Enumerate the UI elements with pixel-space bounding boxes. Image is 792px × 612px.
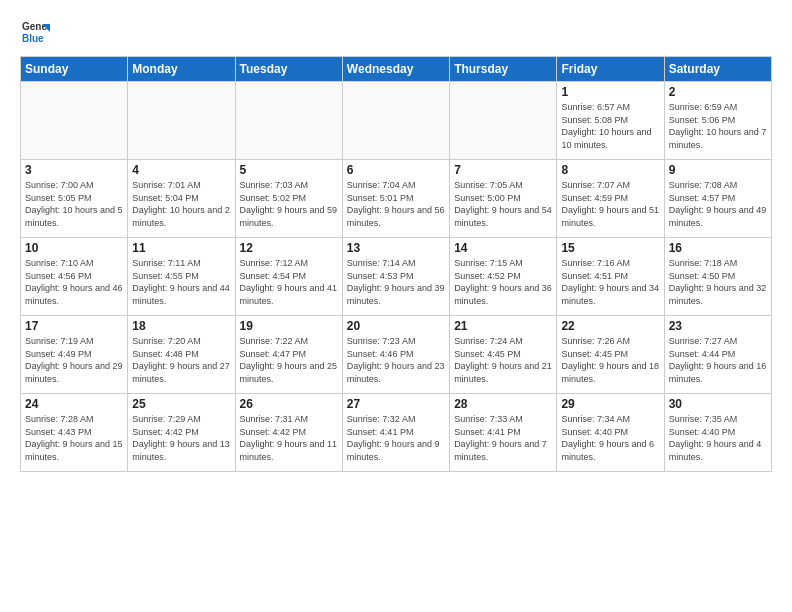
day-info: Sunrise: 7:18 AM Sunset: 4:50 PM Dayligh… (669, 257, 767, 307)
calendar-week-2: 3Sunrise: 7:00 AM Sunset: 5:05 PM Daylig… (21, 160, 772, 238)
calendar-cell: 29Sunrise: 7:34 AM Sunset: 4:40 PM Dayli… (557, 394, 664, 472)
calendar-cell (21, 82, 128, 160)
calendar-cell (450, 82, 557, 160)
day-info: Sunrise: 7:01 AM Sunset: 5:04 PM Dayligh… (132, 179, 230, 229)
day-info: Sunrise: 7:16 AM Sunset: 4:51 PM Dayligh… (561, 257, 659, 307)
calendar-cell: 27Sunrise: 7:32 AM Sunset: 4:41 PM Dayli… (342, 394, 449, 472)
calendar-cell: 2Sunrise: 6:59 AM Sunset: 5:06 PM Daylig… (664, 82, 771, 160)
day-number: 16 (669, 241, 767, 255)
day-info: Sunrise: 7:29 AM Sunset: 4:42 PM Dayligh… (132, 413, 230, 463)
weekday-header-friday: Friday (557, 57, 664, 82)
calendar-cell: 12Sunrise: 7:12 AM Sunset: 4:54 PM Dayli… (235, 238, 342, 316)
day-info: Sunrise: 7:28 AM Sunset: 4:43 PM Dayligh… (25, 413, 123, 463)
calendar-cell (128, 82, 235, 160)
calendar-week-1: 1Sunrise: 6:57 AM Sunset: 5:08 PM Daylig… (21, 82, 772, 160)
day-info: Sunrise: 7:11 AM Sunset: 4:55 PM Dayligh… (132, 257, 230, 307)
calendar-cell: 5Sunrise: 7:03 AM Sunset: 5:02 PM Daylig… (235, 160, 342, 238)
day-info: Sunrise: 7:26 AM Sunset: 4:45 PM Dayligh… (561, 335, 659, 385)
day-info: Sunrise: 7:31 AM Sunset: 4:42 PM Dayligh… (240, 413, 338, 463)
day-info: Sunrise: 7:24 AM Sunset: 4:45 PM Dayligh… (454, 335, 552, 385)
calendar-cell: 23Sunrise: 7:27 AM Sunset: 4:44 PM Dayli… (664, 316, 771, 394)
day-info: Sunrise: 6:57 AM Sunset: 5:08 PM Dayligh… (561, 101, 659, 151)
day-number: 17 (25, 319, 123, 333)
day-number: 8 (561, 163, 659, 177)
calendar-cell: 18Sunrise: 7:20 AM Sunset: 4:48 PM Dayli… (128, 316, 235, 394)
day-info: Sunrise: 7:00 AM Sunset: 5:05 PM Dayligh… (25, 179, 123, 229)
calendar-cell (235, 82, 342, 160)
day-number: 19 (240, 319, 338, 333)
weekday-header-wednesday: Wednesday (342, 57, 449, 82)
calendar-table: SundayMondayTuesdayWednesdayThursdayFrid… (20, 56, 772, 472)
calendar-cell: 9Sunrise: 7:08 AM Sunset: 4:57 PM Daylig… (664, 160, 771, 238)
day-number: 29 (561, 397, 659, 411)
day-number: 10 (25, 241, 123, 255)
day-number: 5 (240, 163, 338, 177)
calendar-cell: 15Sunrise: 7:16 AM Sunset: 4:51 PM Dayli… (557, 238, 664, 316)
day-number: 12 (240, 241, 338, 255)
day-number: 9 (669, 163, 767, 177)
calendar-cell: 1Sunrise: 6:57 AM Sunset: 5:08 PM Daylig… (557, 82, 664, 160)
calendar-cell: 28Sunrise: 7:33 AM Sunset: 4:41 PM Dayli… (450, 394, 557, 472)
day-info: Sunrise: 7:10 AM Sunset: 4:56 PM Dayligh… (25, 257, 123, 307)
weekday-header-saturday: Saturday (664, 57, 771, 82)
calendar-cell: 14Sunrise: 7:15 AM Sunset: 4:52 PM Dayli… (450, 238, 557, 316)
day-number: 26 (240, 397, 338, 411)
day-info: Sunrise: 6:59 AM Sunset: 5:06 PM Dayligh… (669, 101, 767, 151)
calendar-cell: 10Sunrise: 7:10 AM Sunset: 4:56 PM Dayli… (21, 238, 128, 316)
calendar-week-5: 24Sunrise: 7:28 AM Sunset: 4:43 PM Dayli… (21, 394, 772, 472)
calendar-cell: 4Sunrise: 7:01 AM Sunset: 5:04 PM Daylig… (128, 160, 235, 238)
day-number: 24 (25, 397, 123, 411)
calendar-cell: 17Sunrise: 7:19 AM Sunset: 4:49 PM Dayli… (21, 316, 128, 394)
logo: General Blue (20, 16, 50, 46)
day-number: 1 (561, 85, 659, 99)
day-info: Sunrise: 7:14 AM Sunset: 4:53 PM Dayligh… (347, 257, 445, 307)
weekday-header-tuesday: Tuesday (235, 57, 342, 82)
day-number: 7 (454, 163, 552, 177)
day-info: Sunrise: 7:04 AM Sunset: 5:01 PM Dayligh… (347, 179, 445, 229)
day-number: 4 (132, 163, 230, 177)
day-number: 21 (454, 319, 552, 333)
calendar-cell: 30Sunrise: 7:35 AM Sunset: 4:40 PM Dayli… (664, 394, 771, 472)
day-info: Sunrise: 7:22 AM Sunset: 4:47 PM Dayligh… (240, 335, 338, 385)
day-info: Sunrise: 7:33 AM Sunset: 4:41 PM Dayligh… (454, 413, 552, 463)
day-number: 25 (132, 397, 230, 411)
calendar-cell: 20Sunrise: 7:23 AM Sunset: 4:46 PM Dayli… (342, 316, 449, 394)
day-info: Sunrise: 7:20 AM Sunset: 4:48 PM Dayligh… (132, 335, 230, 385)
calendar-cell: 6Sunrise: 7:04 AM Sunset: 5:01 PM Daylig… (342, 160, 449, 238)
day-info: Sunrise: 7:07 AM Sunset: 4:59 PM Dayligh… (561, 179, 659, 229)
calendar-cell: 26Sunrise: 7:31 AM Sunset: 4:42 PM Dayli… (235, 394, 342, 472)
day-info: Sunrise: 7:27 AM Sunset: 4:44 PM Dayligh… (669, 335, 767, 385)
day-number: 11 (132, 241, 230, 255)
calendar-cell: 3Sunrise: 7:00 AM Sunset: 5:05 PM Daylig… (21, 160, 128, 238)
calendar-week-4: 17Sunrise: 7:19 AM Sunset: 4:49 PM Dayli… (21, 316, 772, 394)
weekday-header-thursday: Thursday (450, 57, 557, 82)
day-number: 23 (669, 319, 767, 333)
calendar-cell: 22Sunrise: 7:26 AM Sunset: 4:45 PM Dayli… (557, 316, 664, 394)
calendar-cell (342, 82, 449, 160)
day-info: Sunrise: 7:23 AM Sunset: 4:46 PM Dayligh… (347, 335, 445, 385)
day-info: Sunrise: 7:08 AM Sunset: 4:57 PM Dayligh… (669, 179, 767, 229)
day-number: 15 (561, 241, 659, 255)
day-info: Sunrise: 7:32 AM Sunset: 4:41 PM Dayligh… (347, 413, 445, 463)
day-info: Sunrise: 7:19 AM Sunset: 4:49 PM Dayligh… (25, 335, 123, 385)
calendar-cell: 21Sunrise: 7:24 AM Sunset: 4:45 PM Dayli… (450, 316, 557, 394)
day-number: 14 (454, 241, 552, 255)
day-info: Sunrise: 7:34 AM Sunset: 4:40 PM Dayligh… (561, 413, 659, 463)
day-number: 18 (132, 319, 230, 333)
day-info: Sunrise: 7:35 AM Sunset: 4:40 PM Dayligh… (669, 413, 767, 463)
logo-icon: General Blue (20, 16, 50, 46)
day-number: 3 (25, 163, 123, 177)
day-number: 6 (347, 163, 445, 177)
page-header: General Blue (20, 16, 772, 46)
day-info: Sunrise: 7:12 AM Sunset: 4:54 PM Dayligh… (240, 257, 338, 307)
day-number: 28 (454, 397, 552, 411)
day-number: 13 (347, 241, 445, 255)
calendar-cell: 13Sunrise: 7:14 AM Sunset: 4:53 PM Dayli… (342, 238, 449, 316)
day-info: Sunrise: 7:15 AM Sunset: 4:52 PM Dayligh… (454, 257, 552, 307)
day-number: 30 (669, 397, 767, 411)
day-number: 2 (669, 85, 767, 99)
calendar-cell: 25Sunrise: 7:29 AM Sunset: 4:42 PM Dayli… (128, 394, 235, 472)
weekday-header-monday: Monday (128, 57, 235, 82)
weekday-header-sunday: Sunday (21, 57, 128, 82)
day-info: Sunrise: 7:03 AM Sunset: 5:02 PM Dayligh… (240, 179, 338, 229)
